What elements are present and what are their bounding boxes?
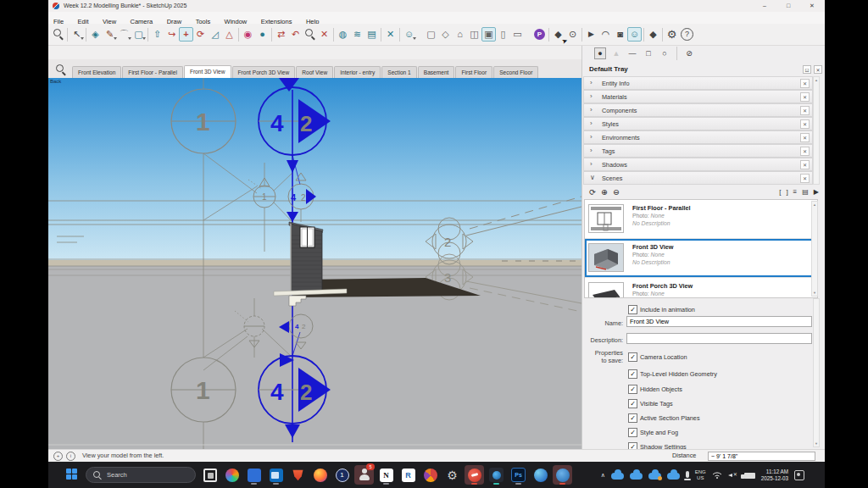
taskbar-search[interactable]: Search	[86, 467, 196, 483]
person-icon[interactable]: ☺	[402, 27, 416, 42]
geolocation-icon[interactable]: +	[53, 452, 63, 461]
panel-materials[interactable]: › Materials ✕	[583, 90, 813, 103]
onedrive-icon[interactable]	[611, 473, 624, 480]
iso-view-icon[interactable]: ◇	[438, 27, 453, 42]
style-and-fog-checkbox[interactable]: ✓	[628, 428, 637, 437]
panel-scenes[interactable]: ∨ Scenes ✕	[583, 171, 813, 185]
people-app-button[interactable]: 5	[354, 465, 374, 485]
tab-first-floor-parallel[interactable]: First Floor - Parallel	[122, 66, 183, 78]
task-view-button[interactable]	[200, 465, 220, 485]
rectangle-icon[interactable]: ▢	[131, 27, 146, 42]
scene-list-scrollbar[interactable]: ▲ ▼	[811, 201, 818, 297]
outlook-button[interactable]	[266, 465, 286, 485]
r-app-button[interactable]: R	[398, 465, 418, 485]
look-around-icon[interactable]: ↶	[288, 27, 303, 42]
scroll-up-icon[interactable]: ▲	[812, 202, 817, 207]
section-cuts-icon[interactable]: ≋	[350, 27, 364, 42]
rotate-icon[interactable]: ⟳	[193, 27, 208, 42]
front-view-icon[interactable]: ▣	[481, 27, 496, 42]
tab-front-3d-view[interactable]: Front 3D View	[184, 65, 231, 78]
scene-item-front-porch-3d-view[interactable]: Front Porch 3D View Photo: None	[585, 278, 817, 298]
point-style-icon[interactable]: ●	[594, 47, 606, 59]
add-scene-icon[interactable]: ⊕	[601, 186, 608, 198]
close-panel-icon[interactable]: ✕	[800, 160, 810, 169]
tab-interior-entry[interactable]: Interior - entry	[334, 66, 381, 78]
info-icon[interactable]: i	[66, 452, 75, 461]
top-view-icon[interactable]: ▭	[510, 27, 525, 42]
panel-styles[interactable]: › Styles ✕	[583, 117, 813, 130]
close-panel-icon[interactable]: ✕	[800, 79, 810, 88]
notion-button[interactable]: N	[376, 465, 396, 485]
remove-scene-icon[interactable]: ⊖	[613, 186, 620, 198]
scene-item-front-3d-view[interactable]: Front 3D View Photo: None No Description	[585, 239, 817, 278]
onedrive-icon-4[interactable]	[667, 473, 680, 480]
line-style-icon[interactable]: —	[626, 47, 638, 59]
scene-left-icon[interactable]: [	[779, 186, 781, 198]
active-section-planes-checkbox[interactable]: ✓	[628, 413, 637, 423]
scene-description-input[interactable]	[626, 333, 812, 344]
panel-shadows[interactable]: › Shadows ✕	[583, 158, 813, 171]
home-view-icon[interactable]: ⌂	[453, 27, 467, 42]
sketchup-red-button[interactable]	[465, 465, 484, 485]
tray-expand-icon[interactable]: ∧	[601, 472, 605, 479]
view-options-icon[interactable]: ≡	[793, 186, 798, 198]
scroll-down-icon[interactable]: ▼	[812, 291, 817, 295]
camera-location-checkbox[interactable]: ✓	[628, 352, 637, 362]
scene-item-first-floor-parallel[interactable]: First Floor - Parallel Photo: None No De…	[585, 200, 817, 239]
move-icon[interactable]: +	[179, 27, 193, 42]
line-icon[interactable]: ✎	[103, 27, 117, 42]
panel-entity-info[interactable]: › Entity Info ✕	[583, 76, 813, 90]
warehouse-icon[interactable]: ◆	[646, 27, 660, 42]
push-pull-icon[interactable]: ⇧	[150, 27, 164, 42]
visible-tags-checkbox[interactable]: ✓	[628, 399, 637, 408]
delivery-icon[interactable]	[744, 473, 755, 479]
triangle-style-icon[interactable]: ▲	[610, 47, 622, 59]
follow-me-icon[interactable]: ↪	[164, 27, 179, 42]
panel-components[interactable]: › Components ✕	[583, 103, 813, 117]
onedrive-icon-3[interactable]	[648, 473, 661, 480]
scene-name-input[interactable]	[626, 316, 812, 327]
hide-style-icon[interactable]: ⊘	[683, 47, 695, 59]
zoom-window-icon[interactable]	[51, 27, 65, 42]
video-camera-icon[interactable]: ▶	[584, 27, 598, 42]
assistant-icon[interactable]: ☺	[627, 27, 642, 42]
tab-section-1[interactable]: Section 1	[381, 66, 417, 78]
photoshop-button[interactable]: Ps	[509, 465, 528, 485]
offset-icon[interactable]: △	[222, 27, 236, 42]
properties-scrollbar[interactable]: ▼	[813, 298, 820, 447]
close-panel-icon[interactable]: ✕	[800, 174, 810, 183]
extension-gear-icon[interactable]: ⚙	[665, 27, 679, 42]
close-panel-icon[interactable]: ✕	[800, 106, 810, 115]
thumbnails-icon[interactable]: ▤	[802, 186, 809, 198]
podium-icon[interactable]: P	[534, 29, 545, 40]
search-scenes-icon[interactable]	[53, 63, 67, 76]
close-button[interactable]: ✕	[804, 0, 820, 11]
wifi-icon[interactable]	[712, 471, 722, 479]
show-details-icon[interactable]: ▶	[814, 186, 819, 198]
position-camera-icon[interactable]: ◉	[241, 27, 255, 42]
walk-icon[interactable]: ⇄	[274, 27, 288, 42]
onepassword-button[interactable]: 1	[332, 465, 352, 485]
close-panel-icon[interactable]: ✕	[800, 133, 810, 142]
pie-app-button[interactable]	[420, 465, 440, 485]
photo-camera-icon[interactable]: ◙	[613, 27, 627, 42]
paint-bucket-icon[interactable]: ●	[255, 27, 270, 42]
language-indicator[interactable]: ENGUS	[695, 469, 706, 481]
scene-right-icon[interactable]: ]	[786, 186, 787, 198]
scroll-up-icon[interactable]: ▲	[814, 78, 819, 82]
panel-tags[interactable]: › Tags ✕	[583, 144, 813, 158]
dock-tray-icon[interactable]: ⊡	[803, 65, 811, 74]
tab-front-porch-3d-view[interactable]: Front Porch 3D View	[232, 66, 296, 78]
notification-center-icon[interactable]	[794, 470, 804, 480]
close-panel-icon[interactable]: ✕	[800, 119, 810, 129]
tab-roof-view[interactable]: Roof View	[296, 66, 333, 78]
select-icon[interactable]: ↖	[70, 27, 84, 42]
tab-basement[interactable]: Basement	[418, 66, 455, 78]
model-canvas[interactable]: Back	[48, 78, 581, 449]
tab-front-elevation[interactable]: Front Elevation	[72, 66, 121, 78]
brave-button[interactable]	[288, 465, 308, 485]
zoom-icon[interactable]	[303, 27, 317, 42]
help-icon[interactable]: ?	[681, 28, 693, 41]
measurements-input[interactable]	[708, 452, 815, 461]
arc-icon[interactable]: ⌒	[117, 27, 131, 42]
